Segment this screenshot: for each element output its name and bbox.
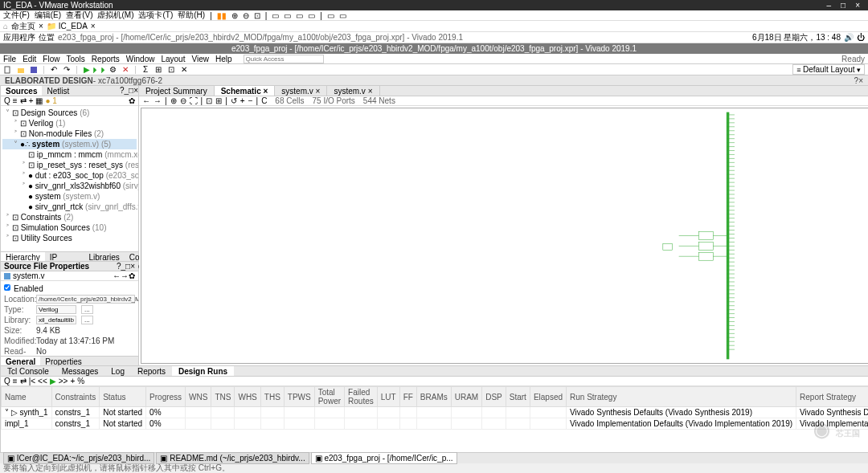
- tree-ip-mmcm[interactable]: ⊡ ip_mmcm : mmcm (mmcm.xci): [2, 149, 137, 160]
- tree-sirv-rtc[interactable]: ● sirv_gnrl_rtck (sirv_gnrl_dffs.v): [2, 202, 137, 212]
- menu-tools[interactable]: Tools: [66, 55, 84, 63]
- tree-design-sources[interactable]: ˅⊡ Design Sources (6): [2, 108, 137, 118]
- vm-tool-icon[interactable]: ⊕: [231, 11, 238, 20]
- menu-flow[interactable]: Flow: [43, 55, 59, 63]
- col-header[interactable]: Status: [100, 387, 146, 407]
- tree-system2[interactable]: ● system (system.v): [2, 191, 137, 202]
- sources-tree[interactable]: ˅⊡ Design Sources (6) ˃⊡ Verilog (1) ˃⊡ …: [1, 106, 138, 251]
- browse-button[interactable]: ...: [81, 305, 93, 314]
- tree-verilog[interactable]: ˃⊡ Verilog (1): [2, 118, 137, 128]
- tab-ip-sources[interactable]: IP Sources: [45, 252, 84, 261]
- tool-icon[interactable]: |<: [29, 377, 35, 385]
- fwd-icon[interactable]: →: [121, 271, 129, 280]
- col-header[interactable]: TPWS: [284, 387, 314, 407]
- tool-icon[interactable]: %: [77, 377, 84, 385]
- tool-icon[interactable]: +: [240, 96, 245, 105]
- menu-tabs[interactable]: 选项卡(T): [138, 10, 173, 21]
- close-icon[interactable]: ×: [130, 262, 135, 271]
- search-icon[interactable]: Q: [4, 96, 10, 105]
- tool-icon[interactable]: +: [70, 377, 75, 385]
- col-header[interactable]: FF: [399, 387, 416, 407]
- tab-schematic[interactable]: Schematic ×: [215, 86, 276, 96]
- open-icon[interactable]: [16, 65, 26, 75]
- schematic-canvas[interactable]: [141, 108, 868, 364]
- undo-icon[interactable]: ↶: [49, 65, 59, 75]
- tool-icon[interactable]: ⚙: [108, 65, 117, 75]
- menu-edit[interactable]: Edit: [23, 55, 36, 63]
- tool-icon[interactable]: ▦: [35, 96, 43, 105]
- vm-tool-icon[interactable]: ▭: [327, 11, 334, 20]
- tab-log[interactable]: Log: [104, 366, 131, 376]
- tab-project-summary[interactable]: Project Summary: [139, 86, 215, 96]
- tool-icon[interactable]: ⊡: [206, 96, 212, 105]
- vm-tool-icon[interactable]: ⊡: [254, 11, 260, 20]
- fwd-icon[interactable]: →: [154, 96, 162, 105]
- gear-icon[interactable]: ✿: [129, 271, 135, 280]
- run-icon[interactable]: ▶: [50, 377, 56, 385]
- menu-reports[interactable]: Reports: [92, 55, 120, 63]
- menu-help[interactable]: 帮助(H): [178, 10, 205, 21]
- menu-vm[interactable]: 虚拟机(M): [97, 10, 133, 21]
- col-header[interactable]: Report Strategy: [796, 387, 868, 407]
- menu-help[interactable]: Help: [215, 55, 232, 63]
- tree-sim-sources[interactable]: ˃⊡ Simulation Sources (10): [2, 222, 137, 233]
- tool-icon[interactable]: ⊞: [215, 96, 222, 105]
- new-icon[interactable]: [3, 65, 13, 75]
- col-header[interactable]: THS: [260, 387, 284, 407]
- table-row[interactable]: impl_1constrs_1Not started0%Vivado Imple…: [2, 418, 869, 430]
- col-header[interactable]: Start: [506, 387, 530, 407]
- table-row[interactable]: ˅ ▷ synth_1constrs_1Not started0%Vivado …: [2, 407, 869, 418]
- tree-ip-reset[interactable]: ˃⊡ ip_reset_sys : reset_sys (reset_sys.x…: [2, 160, 137, 170]
- home-tab[interactable]: 命主页: [11, 21, 35, 32]
- menu-view[interactable]: View: [191, 55, 209, 63]
- tree-system[interactable]: ˅●∴ system (system.v) (5): [2, 139, 137, 149]
- tab-reports[interactable]: Reports: [131, 366, 172, 376]
- back-icon[interactable]: ←: [113, 271, 121, 280]
- collapse-icon[interactable]: ≡: [13, 96, 18, 105]
- gear-icon[interactable]: ✿: [129, 96, 135, 105]
- run-all-icon[interactable]: ⏵⏵: [95, 65, 104, 75]
- vm-tool-icon[interactable]: ⊖: [243, 11, 249, 20]
- vm-tool-icon[interactable]: ▭: [296, 11, 303, 20]
- tool-icon[interactable]: ⇄: [20, 377, 27, 385]
- refresh-icon[interactable]: C: [261, 96, 267, 105]
- tool-icon[interactable]: ≡: [13, 377, 18, 385]
- tree-nonmodule[interactable]: ˃⊡ Non-module Files (2): [2, 128, 137, 139]
- tool-icon[interactable]: >>: [59, 377, 68, 385]
- redo-icon[interactable]: ↷: [62, 65, 72, 75]
- back-icon[interactable]: ←: [142, 96, 150, 105]
- col-header[interactable]: LUT: [377, 387, 399, 407]
- col-header[interactable]: WHS: [235, 387, 260, 407]
- menu-layout[interactable]: Layout: [161, 55, 185, 63]
- menu-file[interactable]: File: [3, 55, 16, 63]
- layout-selector[interactable]: ≡ Default Layout ▾: [792, 64, 865, 75]
- close-icon[interactable]: ×: [858, 76, 863, 85]
- tool-icon[interactable]: Σ: [141, 65, 150, 75]
- tab-design-runs[interactable]: Design Runs: [172, 366, 234, 376]
- vm-tool-icon[interactable]: ▭: [308, 11, 315, 20]
- tab-messages[interactable]: Messages: [55, 366, 105, 376]
- runs-table[interactable]: NameConstraintsStatusProgressWNSTNSWHSTH…: [1, 386, 868, 452]
- vm-tool-icon[interactable]: ▭: [284, 11, 291, 20]
- col-header[interactable]: BRAMs: [416, 387, 451, 407]
- close-icon[interactable]: ×: [133, 86, 138, 96]
- vm-tool-icon[interactable]: ▭: [272, 11, 279, 20]
- col-header[interactable]: URAM: [451, 387, 481, 407]
- tab-sources[interactable]: Sources: [1, 86, 42, 96]
- tool-icon[interactable]: −: [248, 96, 253, 105]
- tree-util-sources[interactable]: ˃⊡ Utility Sources: [2, 233, 137, 243]
- tab-tcl-console[interactable]: Tcl Console: [1, 366, 55, 376]
- apps-label[interactable]: 应用程序: [3, 32, 35, 43]
- menu-view[interactable]: 查看(V): [66, 10, 92, 21]
- tab-system-v[interactable]: system.v ×: [275, 86, 327, 96]
- enabled-checkbox[interactable]: [4, 284, 10, 291]
- col-header[interactable]: Name: [2, 387, 52, 407]
- col-header[interactable]: Elapsed: [530, 387, 566, 407]
- col-header[interactable]: TNS: [211, 387, 235, 407]
- library-field[interactable]: xil_defaultlib: [36, 316, 76, 324]
- tab-general[interactable]: General: [1, 357, 40, 365]
- zoom-in-icon[interactable]: ⊕: [170, 96, 177, 105]
- stop-icon[interactable]: ✕: [121, 65, 130, 75]
- tree-constraints[interactable]: ˃⊡ Constraints (2): [2, 212, 137, 222]
- menu-edit[interactable]: 编辑(E): [35, 10, 61, 21]
